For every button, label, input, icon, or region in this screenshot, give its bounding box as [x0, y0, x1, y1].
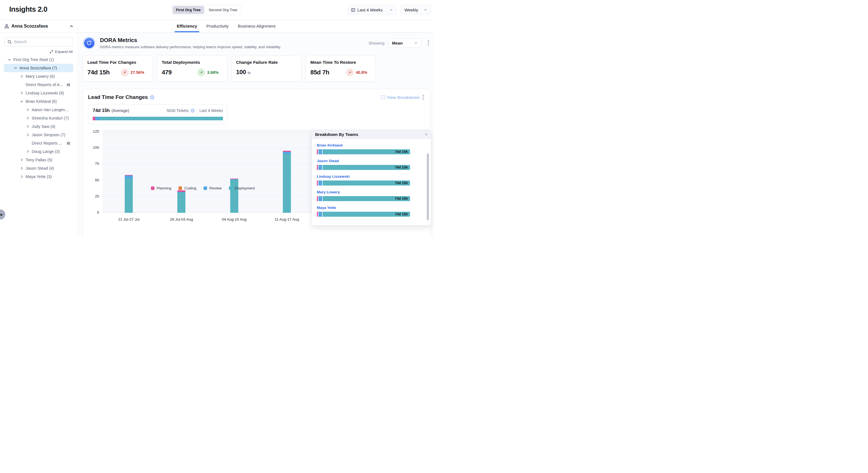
showing-select[interactable]: Mean — [389, 38, 421, 48]
expand-all-button[interactable]: Expand All — [0, 50, 73, 54]
first-org-tree-button[interactable]: First Org Tree — [173, 6, 204, 14]
filter-sliders-icon[interactable] — [66, 83, 70, 87]
dora-kebab-menu-icon[interactable] — [426, 39, 431, 47]
chevron-up-icon[interactable] — [70, 25, 73, 28]
trend-up-icon: ↗ — [346, 68, 354, 76]
stacked-bar — [177, 190, 185, 213]
header-controls: Last 4 Weeks Weekly — [347, 5, 431, 14]
divider — [197, 108, 197, 113]
tree-item[interactable]: Doug Lange (3) — [4, 147, 73, 156]
average-suffix: (Average) — [111, 108, 129, 113]
chevron-right-icon[interactable] — [20, 75, 24, 78]
tree-item-label: Tony Pallas (5) — [26, 158, 52, 162]
summary-segment-planning — [93, 117, 95, 120]
org-tree: First Org Tree Root (1)Anna Scozzafava (… — [0, 55, 78, 181]
org-tree-toggle: First Org Tree Second Org Tree — [172, 5, 242, 15]
breakdown-row: Jason Stead74d 15h — [317, 159, 422, 170]
tree-item[interactable]: Brian Kirkland (6) — [4, 97, 73, 106]
breakdown-team-link[interactable]: Jason Stead — [317, 159, 422, 163]
breakdown-team-link[interactable]: Mary Lowery — [317, 190, 422, 194]
view-breakdown-button[interactable]: View Breakdown — [381, 95, 420, 100]
search-input[interactable] — [14, 39, 70, 44]
y-axis-tick: 25 — [88, 194, 99, 198]
tree-item-label: Direct Reports ... — [32, 141, 62, 145]
breakdown-team-link[interactable]: Lindsay Liszewski — [317, 174, 422, 179]
second-org-tree-button[interactable]: Second Org Tree — [206, 6, 241, 14]
gridline — [102, 197, 313, 197]
tree-item[interactable]: Jason Simpson (7) — [4, 131, 73, 139]
granularity-select[interactable]: Weekly — [401, 5, 431, 14]
filter-sliders-icon[interactable] — [66, 141, 70, 145]
chevron-right-icon[interactable] — [20, 91, 24, 95]
breakdown-segment-planning — [317, 212, 318, 217]
chevron-right-icon[interactable] — [26, 125, 30, 128]
chevron-right-icon[interactable] — [20, 175, 24, 178]
chevron-right-icon[interactable] — [26, 108, 30, 112]
chevron-down-icon[interactable] — [7, 58, 11, 61]
chevron-right-icon[interactable] — [20, 158, 24, 161]
tree-item[interactable]: Jason Stead (4) — [4, 164, 73, 172]
breakdown-team-link[interactable]: Brian Kirkland — [317, 143, 422, 147]
toggle-divider — [205, 6, 205, 13]
info-icon[interactable] — [191, 109, 194, 113]
tree-item[interactable]: First Org Tree Root (1) — [4, 55, 73, 64]
chevron-down-icon[interactable] — [13, 66, 18, 70]
bar-segment-deployment — [177, 193, 185, 213]
metric-card-title: Lead Time For Changes — [87, 60, 148, 65]
tree-item[interactable]: Aaron Van Langen... — [4, 106, 73, 114]
tree-item[interactable]: Maya Yette (3) — [4, 172, 73, 181]
x-axis-label: 21 Jul-27 Jul — [104, 217, 154, 221]
summary-segment-deployment — [100, 117, 223, 120]
tree-item-label: Doug Lange (3) — [32, 149, 60, 154]
tree-item[interactable]: Lindsay Liszewski (8) — [4, 89, 73, 97]
legend-label: Review — [209, 186, 222, 190]
app-title: Insights 2.0 — [9, 5, 47, 13]
metric-card-value: 100 — [236, 68, 246, 76]
breakdown-row: Brian Kirkland74d 15h — [317, 143, 422, 154]
sidebar-collapse-handle[interactable]: ▶ — [0, 209, 5, 219]
tree-item[interactable]: Sireesha Kunduri (7) — [4, 114, 73, 122]
metric-card: Change Failure Rate100% — [231, 55, 302, 82]
chevron-right-icon[interactable] — [26, 133, 30, 137]
chevron-right-icon[interactable] — [26, 150, 30, 153]
breakdown-segment-planning — [317, 165, 318, 170]
breakdown-segment-review — [318, 165, 322, 170]
info-icon[interactable] — [150, 95, 154, 99]
metric-card-value: 74d 15h — [87, 69, 110, 76]
dora-metrics-icon — [83, 36, 95, 49]
tree-item-label: Lindsay Liszewski (8) — [26, 91, 64, 95]
tab-efficiency[interactable]: Efficiency — [177, 20, 197, 32]
tree-item[interactable]: Tony Pallas (5) — [4, 156, 73, 164]
tree-item[interactable]: Direct Reports of A... — [4, 81, 73, 89]
date-range-select[interactable]: Last 4 Weeks — [347, 5, 396, 14]
y-axis-tick: 0 — [88, 210, 99, 214]
date-range-value: Last 4 Weeks — [358, 7, 387, 12]
tree-item[interactable]: Anna Scozzafava (7) — [4, 64, 73, 72]
tree-item[interactable]: Mary Lowery (6) — [4, 72, 73, 81]
tab-business-alignment[interactable]: Business Alignment — [238, 20, 275, 32]
tab-productivity[interactable]: Productivity — [206, 20, 228, 32]
breakdown-segment-planning — [317, 196, 318, 201]
range-label: Last 4 Weeks — [199, 108, 223, 113]
tree-item[interactable]: Direct Reports ... — [4, 139, 73, 147]
legend-swatch — [151, 186, 155, 190]
breakdown-row: Lindsay Liszewski74d 15h — [317, 174, 422, 185]
y-axis-tick: 100 — [88, 145, 99, 150]
metric-card: Mean Time To Restore85d 7h↗40.8% — [306, 55, 376, 82]
panel-scrollbar-thumb[interactable] — [427, 153, 429, 220]
breakdown-segment-planning — [317, 149, 318, 154]
breakdown-row: Maya Yette74d 15h — [317, 206, 422, 217]
expand-all-label: Expand All — [55, 50, 73, 54]
close-icon[interactable]: × — [425, 132, 428, 137]
chevron-down-icon[interactable] — [20, 100, 24, 103]
sidebar-owner-row[interactable]: Anna Scozzafava — [0, 20, 78, 33]
gridline — [102, 148, 313, 148]
breakdown-team-link[interactable]: Maya Yette — [317, 206, 422, 210]
tree-item-label: Brian Kirkland (6) — [26, 99, 57, 104]
chevron-right-icon[interactable] — [26, 116, 30, 120]
tree-item[interactable]: Judy Saw (4) — [4, 122, 73, 131]
breakdown-bar: 74d 15h — [317, 149, 422, 154]
chart-kebab-menu-icon[interactable] — [421, 94, 425, 101]
breakdown-segment-deployment: 74d 15h — [323, 212, 410, 217]
chevron-right-icon[interactable] — [20, 167, 24, 170]
